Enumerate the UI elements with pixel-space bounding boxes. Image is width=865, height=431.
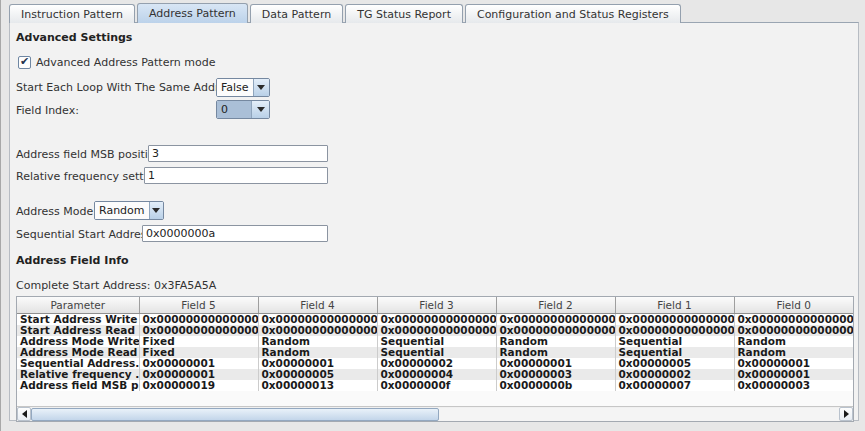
- cell-field2[interactable]: 0x0000000b: [496, 380, 615, 391]
- cell-field4[interactable]: 0x000000000000000a: [258, 325, 377, 336]
- tab-bar: Instruction Pattern Address Pattern Data…: [9, 3, 683, 23]
- scroll-left-icon: [22, 410, 27, 418]
- cell-field0[interactable]: 0x00000003: [734, 380, 853, 391]
- column-header-field2[interactable]: Field 2: [496, 297, 615, 313]
- cell-field0[interactable]: 0x00000001: [734, 358, 853, 369]
- horizontal-scrollbar-track[interactable]: [31, 408, 839, 421]
- cell-field3[interactable]: 0x0000000f: [377, 380, 496, 391]
- cell-field5[interactable]: 0x00000001: [139, 358, 258, 369]
- cell-field0[interactable]: Random: [734, 336, 853, 347]
- scroll-right-icon: [844, 410, 849, 418]
- table-row[interactable]: Start Address Write 0x000000000000003f 0…: [17, 313, 853, 325]
- cell-field5[interactable]: 0x000000000000003f: [139, 313, 258, 325]
- start-each-loop-dropdown-button[interactable]: [253, 79, 269, 96]
- cell-parameter[interactable]: Address field MSB p...: [17, 380, 139, 391]
- table-row[interactable]: Address Mode Read Fixed Random Sequentia…: [17, 347, 853, 358]
- address-field-table: Parameter Field 5 Field 4 Field 3 Field …: [17, 297, 853, 391]
- column-header-field3[interactable]: Field 3: [377, 297, 496, 313]
- tab-tg-status-report[interactable]: TG Status Report: [345, 4, 463, 23]
- address-mode-combobox[interactable]: Random: [94, 201, 164, 220]
- cell-parameter[interactable]: Start Address Write: [17, 313, 139, 325]
- cell-field3[interactable]: Sequential: [377, 336, 496, 347]
- cell-field1[interactable]: 0x0000000000000005: [615, 325, 734, 336]
- cell-field4[interactable]: Random: [258, 347, 377, 358]
- address-mode-value: Random: [95, 202, 149, 219]
- cell-parameter[interactable]: Start Address Read: [17, 325, 139, 336]
- column-header-field0[interactable]: Field 0: [734, 297, 853, 313]
- cell-field2[interactable]: Random: [496, 347, 615, 358]
- advanced-address-pattern-checkbox[interactable]: [18, 56, 31, 69]
- chevron-down-icon: [152, 208, 160, 213]
- table-row[interactable]: Address Mode Write Fixed Random Sequenti…: [17, 336, 853, 347]
- cell-field4[interactable]: Random: [258, 336, 377, 347]
- cell-field0[interactable]: 0x00000001: [734, 369, 853, 380]
- field-index-value: 0: [217, 101, 251, 118]
- cell-field3[interactable]: 0x00000002: [377, 358, 496, 369]
- tab-data-pattern[interactable]: Data Pattern: [250, 4, 343, 23]
- chevron-down-icon: [257, 107, 265, 112]
- cell-field4[interactable]: 0x00000005: [258, 369, 377, 380]
- cell-field1[interactable]: 0x00000002: [615, 369, 734, 380]
- cell-field4[interactable]: 0x000000000000000a: [258, 313, 377, 325]
- tab-content-address-pattern: Advanced Settings Advanced Address Patte…: [9, 22, 859, 421]
- table-row[interactable]: Sequential Address... 0x00000001 0x00000…: [17, 358, 853, 369]
- cell-field3[interactable]: Sequential: [377, 347, 496, 358]
- address-mode-label: Address Mode:: [16, 205, 97, 218]
- cell-parameter[interactable]: Address Mode Write: [17, 336, 139, 347]
- cell-field5[interactable]: 0x000000000000003f: [139, 325, 258, 336]
- address-mode-dropdown-button[interactable]: [149, 202, 163, 219]
- column-header-field1[interactable]: Field 1: [615, 297, 734, 313]
- relative-frequency-input[interactable]: [144, 167, 328, 184]
- cell-field0[interactable]: 0x000000000000000a: [734, 325, 853, 336]
- cell-field2[interactable]: 0x00000003: [496, 369, 615, 380]
- cell-field4[interactable]: 0x00000001: [258, 358, 377, 369]
- cell-field1[interactable]: Sequential: [615, 336, 734, 347]
- tab-configuration-and-status-registers[interactable]: Configuration and Status Registers: [465, 4, 681, 23]
- cell-field1[interactable]: 0x00000007: [615, 380, 734, 391]
- horizontal-scrollbar-thumb[interactable]: [31, 408, 439, 421]
- field-index-combobox[interactable]: 0: [216, 100, 270, 119]
- sequential-start-address-input[interactable]: [142, 225, 328, 242]
- cell-field3[interactable]: 0x0000000000000005: [377, 325, 496, 336]
- cell-field5[interactable]: Fixed: [139, 347, 258, 358]
- start-each-loop-combobox[interactable]: False: [216, 78, 270, 97]
- cell-parameter[interactable]: Address Mode Read: [17, 347, 139, 358]
- tab-address-pattern[interactable]: Address Pattern: [137, 3, 248, 23]
- cell-field3[interactable]: 0x00000004: [377, 369, 496, 380]
- cell-parameter[interactable]: Relative frequency ...: [17, 369, 139, 380]
- cell-field2[interactable]: 0x000000000000000a: [496, 325, 615, 336]
- table-row[interactable]: Address field MSB p... 0x00000019 0x0000…: [17, 380, 853, 391]
- tab-instruction-pattern[interactable]: Instruction Pattern: [9, 4, 135, 23]
- cell-field5[interactable]: 0x00000001: [139, 369, 258, 380]
- column-header-parameter[interactable]: Parameter: [17, 297, 139, 313]
- address-field-msb-input[interactable]: [148, 145, 328, 162]
- table-row[interactable]: Start Address Read 0x000000000000003f 0x…: [17, 325, 853, 336]
- advanced-address-pattern-checkbox-row: Advanced Address Pattern mode: [18, 56, 215, 69]
- cell-field4[interactable]: 0x00000013: [258, 380, 377, 391]
- horizontal-scrollbar[interactable]: [17, 406, 853, 421]
- address-field-info-heading: Address Field Info: [16, 254, 129, 267]
- address-pattern-window: Instruction Pattern Address Pattern Data…: [0, 0, 865, 431]
- cell-field3[interactable]: 0x0000000000000005: [377, 313, 496, 325]
- cell-field5[interactable]: Fixed: [139, 336, 258, 347]
- cell-parameter[interactable]: Sequential Address...: [17, 358, 139, 369]
- cell-field2[interactable]: 0x00000001: [496, 358, 615, 369]
- cell-field2[interactable]: 0x000000000000000a: [496, 313, 615, 325]
- scroll-left-button[interactable]: [17, 407, 31, 421]
- cell-field5[interactable]: 0x00000019: [139, 380, 258, 391]
- column-header-field4[interactable]: Field 4: [258, 297, 377, 313]
- advanced-address-pattern-checkbox-label: Advanced Address Pattern mode: [36, 56, 215, 69]
- start-each-loop-value: False: [217, 79, 253, 96]
- cell-field1[interactable]: 0x0000000000000005: [615, 313, 734, 325]
- table-row[interactable]: Relative frequency ... 0x00000001 0x0000…: [17, 369, 853, 380]
- cell-field2[interactable]: Random: [496, 336, 615, 347]
- field-index-dropdown-button[interactable]: [251, 101, 269, 118]
- cell-field0[interactable]: 0x000000000000000a: [734, 313, 853, 325]
- address-field-msb-label: Address field MSB position:: [16, 148, 165, 161]
- cell-field0[interactable]: Random: [734, 347, 853, 358]
- field-index-label: Field Index:: [16, 104, 79, 117]
- cell-field1[interactable]: 0x00000005: [615, 358, 734, 369]
- scroll-right-button[interactable]: [839, 407, 853, 421]
- column-header-field5[interactable]: Field 5: [139, 297, 258, 313]
- cell-field1[interactable]: Sequential: [615, 347, 734, 358]
